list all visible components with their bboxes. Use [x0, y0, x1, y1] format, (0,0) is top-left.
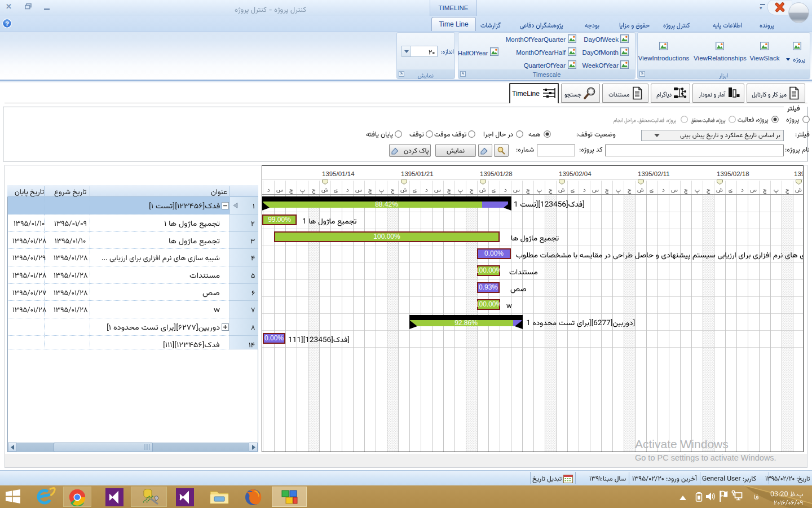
svg-text:?: ?: [5, 20, 9, 27]
